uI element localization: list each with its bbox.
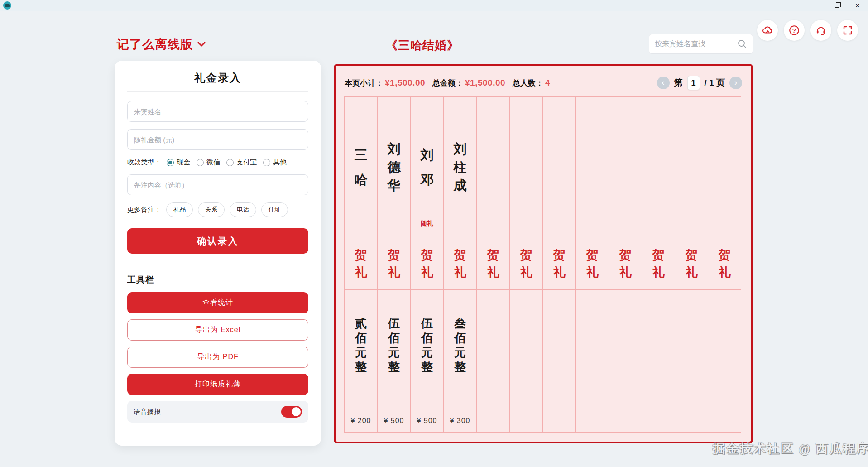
guest-name-cell	[642, 97, 675, 238]
amount-cell[interactable]: 贰佰元整¥ 200	[345, 290, 377, 432]
greeting-cell: 贺礼	[708, 238, 741, 290]
pagination: ‹ 第 / 1 页 ›	[657, 76, 742, 90]
ledger-column: 刘柱成贺礼叁佰元整¥ 300	[444, 97, 477, 432]
amount-cell	[708, 290, 741, 432]
amount-cell	[543, 290, 575, 432]
prev-page-button[interactable]: ‹	[657, 77, 670, 89]
titlebar: — ✕	[0, 0, 868, 11]
amount-cell[interactable]: 伍佰元整¥ 500	[411, 290, 443, 432]
page-number-input[interactable]	[687, 76, 700, 90]
headset-icon	[815, 24, 827, 36]
minimize-button[interactable]: —	[806, 0, 826, 11]
fullscreen-icon	[842, 25, 853, 36]
search-box	[649, 34, 753, 54]
voice-toggle[interactable]	[281, 406, 302, 418]
gift-type-tag: 随礼	[421, 220, 433, 228]
payment-type-label: 收款类型：	[127, 158, 161, 167]
guest-name-cell[interactable]: 刘柱成	[444, 97, 476, 238]
radio-icon[interactable]	[197, 159, 204, 166]
guest-name-field[interactable]	[127, 101, 308, 122]
ledger-column: 贺礼	[576, 97, 609, 432]
greeting-cell: 贺礼	[378, 238, 410, 290]
guest-name-cell	[477, 97, 509, 238]
search-input[interactable]	[655, 40, 737, 48]
note-tag-礼品[interactable]: 礼品	[166, 202, 193, 217]
amount-cell	[642, 290, 675, 432]
greeting-cell: 贺礼	[543, 238, 575, 290]
greeting-cell: 贺礼	[477, 238, 509, 290]
amount-numeric: ¥ 500	[384, 417, 404, 425]
payment-option-支付宝[interactable]: 支付宝	[226, 158, 257, 167]
guest-name-cell	[708, 97, 741, 238]
more-notes-label: 更多备注：	[127, 206, 161, 214]
guest-name-cell	[675, 97, 708, 238]
radio-icon[interactable]	[167, 159, 174, 166]
guest-name-cell[interactable]: 三哈	[345, 97, 377, 238]
search-icon[interactable]	[737, 39, 747, 49]
amount-cell[interactable]: 叁佰元整¥ 300	[444, 290, 476, 432]
cloud-sync-button[interactable]	[757, 20, 778, 41]
note-tag-电话[interactable]: 电话	[230, 202, 256, 217]
question-icon: ?	[788, 24, 800, 36]
ledger-panel: 本页小计： ¥1,500.00 总金额： ¥1,500.00 总人数： 4 ‹ …	[334, 64, 753, 443]
event-title: 《三哈结婚》	[386, 38, 459, 53]
radio-label: 微信	[206, 158, 220, 167]
guest-name-cell	[510, 97, 542, 238]
guest-name-cell[interactable]: 刘邓随礼	[411, 97, 443, 238]
export-excel-button[interactable]: 导出为 Excel	[127, 319, 308, 341]
close-button[interactable]: ✕	[847, 0, 868, 11]
ledger-column: 贺礼	[609, 97, 642, 432]
greeting-cell: 贺礼	[675, 238, 708, 290]
payment-option-微信[interactable]: 微信	[197, 158, 220, 167]
amount-numeric: ¥ 500	[417, 417, 437, 425]
ledger-column: 贺礼	[477, 97, 510, 432]
payment-type-row: 收款类型： 现金微信支付宝其他	[127, 158, 308, 167]
total-amount: 总金额： ¥1,500.00	[432, 78, 505, 88]
panel-title: 礼金录入	[127, 71, 308, 92]
next-page-button[interactable]: ›	[729, 77, 742, 89]
gift-ledger-table: 三哈贺礼贰佰元整¥ 200刘德华贺礼伍佰元整¥ 500刘邓随礼贺礼伍佰元整¥ 5…	[344, 96, 741, 433]
note-field[interactable]	[127, 174, 308, 195]
header-actions: ?	[757, 20, 858, 41]
amount-cell	[510, 290, 542, 432]
guest-name-cell	[543, 97, 575, 238]
ledger-header: 本页小计： ¥1,500.00 总金额： ¥1,500.00 总人数： 4 ‹ …	[345, 73, 742, 93]
ledger-column: 三哈贺礼贰佰元整¥ 200	[345, 97, 378, 432]
view-stats-button[interactable]: 查看统计	[127, 292, 308, 313]
greeting-cell: 贺礼	[345, 238, 377, 290]
amount-cell[interactable]: 伍佰元整¥ 500	[378, 290, 410, 432]
help-button[interactable]: ?	[784, 20, 805, 41]
app-title-dropdown[interactable]: 记了么离线版	[117, 36, 206, 53]
print-ledger-button[interactable]: 打印纸质礼薄	[127, 374, 308, 395]
toggle-knob	[292, 407, 301, 416]
ledger-column: 贺礼	[510, 97, 543, 432]
voice-broadcast-row: 语音播报	[127, 401, 308, 423]
greeting-cell: 贺礼	[576, 238, 609, 290]
chevron-down-icon	[197, 42, 206, 47]
note-tag-住址[interactable]: 住址	[261, 202, 288, 217]
payment-option-现金[interactable]: 现金	[167, 158, 190, 167]
gift-amount-field[interactable]	[127, 129, 308, 150]
greeting-cell: 贺礼	[444, 238, 476, 290]
guest-name-cell	[576, 97, 609, 238]
payment-option-其他[interactable]: 其他	[263, 158, 287, 167]
fullscreen-button[interactable]	[837, 20, 858, 41]
ledger-column: 贺礼	[708, 97, 741, 432]
app-logo-icon	[3, 1, 11, 10]
maximize-button[interactable]	[826, 0, 847, 11]
amount-cell	[675, 290, 708, 432]
note-tag-关系[interactable]: 关系	[198, 202, 225, 217]
restore-icon	[835, 4, 839, 8]
greeting-cell: 贺礼	[510, 238, 542, 290]
export-pdf-button[interactable]: 导出为 PDF	[127, 347, 308, 368]
app-title: 记了么离线版	[117, 36, 193, 53]
guest-name-cell[interactable]: 刘德华	[378, 97, 410, 238]
radio-icon[interactable]	[263, 159, 270, 166]
radio-icon[interactable]	[226, 159, 234, 166]
radio-label: 现金	[177, 158, 190, 167]
guest-name-cell	[609, 97, 642, 238]
confirm-entry-button[interactable]: 确认录入	[127, 228, 308, 254]
cloud-icon	[762, 24, 773, 36]
support-button[interactable]	[810, 20, 831, 41]
svg-text:?: ?	[792, 27, 796, 34]
